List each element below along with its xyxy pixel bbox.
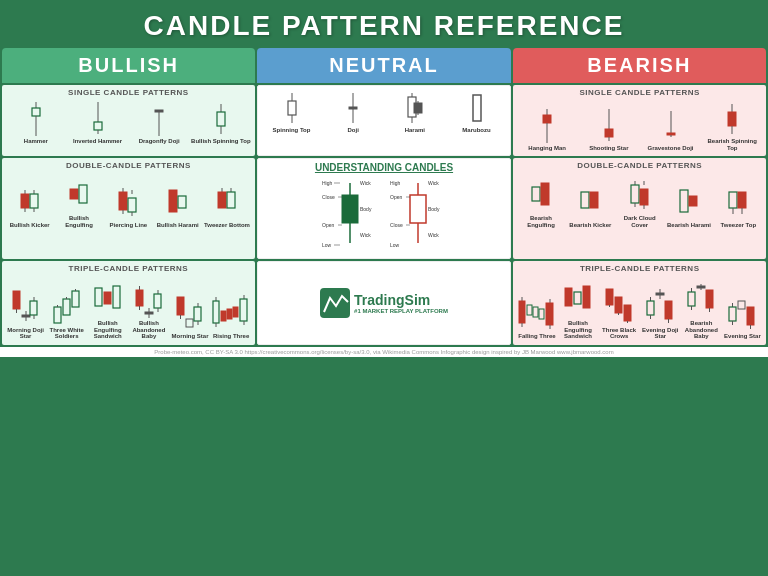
bearish-single-patterns: Hanging Man Shooting Star <box>517 100 762 153</box>
svg-rect-142 <box>519 301 525 323</box>
svg-rect-113 <box>95 288 102 306</box>
svg-rect-49 <box>128 198 136 212</box>
triple-patterns-row: TRIPLE-CANDLE PATTERNS Morning Doji Sta <box>0 261 768 347</box>
svg-text:High: High <box>390 180 401 186</box>
pattern-dark-cloud: Dark Cloud Cover <box>616 173 663 230</box>
main-container: CANDLE PATTERN REFERENCE BULLISH NEUTRAL… <box>0 0 768 576</box>
pattern-hammer: Hammer <box>6 100 66 147</box>
pattern-bullish-engulfing-sandwich: Bullish Engulfing Sandwich <box>88 276 127 342</box>
svg-rect-129 <box>194 307 201 321</box>
svg-rect-95 <box>729 192 737 208</box>
svg-rect-35 <box>728 112 736 126</box>
svg-text:Open: Open <box>390 194 402 200</box>
bullish-triple-patterns: Morning Doji Star Three White Soldiers <box>6 276 251 342</box>
header: CANDLE PATTERN REFERENCE <box>0 0 768 48</box>
svg-rect-173 <box>706 290 713 308</box>
svg-rect-138 <box>240 299 247 321</box>
neutral-header: NEUTRAL <box>257 48 510 83</box>
svg-text:High: High <box>322 180 333 186</box>
svg-text:Wick: Wick <box>360 180 371 186</box>
svg-rect-111 <box>72 291 79 307</box>
pattern-falling-three: Falling Three <box>517 289 556 342</box>
bullish-triple-section: TRIPLE-CANDLE PATTERNS Morning Doji Sta <box>2 261 255 345</box>
svg-rect-136 <box>233 307 238 317</box>
svg-rect-105 <box>30 301 37 315</box>
svg-text:Close: Close <box>390 222 403 228</box>
svg-rect-179 <box>747 307 754 325</box>
svg-rect-145 <box>533 307 538 317</box>
bullish-header: BULLISH <box>2 48 255 83</box>
svg-rect-178 <box>738 301 745 309</box>
svg-text:Wick: Wick <box>428 180 439 186</box>
pattern-b-engulfing-sandwich: Bullish Engulfing Sandwich <box>558 276 597 342</box>
svg-rect-73 <box>410 195 426 223</box>
bearish-triple-section: TRIPLE-CANDLE PATTERNS Fal <box>513 261 766 345</box>
svg-rect-165 <box>665 301 672 319</box>
neutral-single-section: Spinning Top Doji <box>257 85 512 156</box>
neutral-triple-section: TradingSim #1 MARKET REPLAY PLATFORM <box>257 261 512 345</box>
pattern-shooting-star: Shooting Star <box>579 107 639 154</box>
pattern-hanging-man: Hanging Man <box>517 107 577 154</box>
svg-rect-51 <box>169 190 177 212</box>
bearish-double-patterns: Bearish Engulfing Bearish Kicker <box>517 173 762 230</box>
pattern-inverted-hammer: Inverted Hammer <box>68 100 128 147</box>
svg-rect-83 <box>532 187 540 201</box>
pattern-marubozu: Marubozu <box>447 89 507 136</box>
svg-rect-94 <box>689 196 697 206</box>
pattern-doji: Doji <box>323 89 383 136</box>
svg-rect-54 <box>218 192 226 208</box>
svg-rect-93 <box>680 190 688 212</box>
svg-rect-155 <box>615 297 622 313</box>
svg-rect-168 <box>688 292 695 306</box>
svg-rect-97 <box>738 192 746 208</box>
svg-rect-7 <box>155 110 163 112</box>
footer: Probe-meteo.com, CC BY-SA 3.0 https://cr… <box>0 347 768 357</box>
pattern-three-white-soldiers: Three White Soldiers <box>47 283 86 342</box>
pattern-bullish-engulfing: Bullish Engulfing <box>55 173 102 230</box>
bearish-triple-patterns: Falling Three Bullish Engulfing Sandwich <box>517 276 762 342</box>
bearish-single-section: SINGLE CANDLE PATTERNS Hanging Man <box>513 85 766 156</box>
svg-rect-115 <box>113 286 120 308</box>
bearish-header: BEARISH <box>513 48 766 83</box>
svg-rect-109 <box>63 299 70 315</box>
pattern-morning-doji-star: Morning Doji Star <box>6 283 45 342</box>
double-patterns-row: DOUBLE-CANDLE PATTERNS Bullish Kicker <box>0 158 768 261</box>
bullish-double-patterns: Bullish Kicker Bullish Engulfing <box>6 173 251 230</box>
pattern-tweezer-top: Tweezer Top <box>715 180 762 231</box>
page-title: CANDLE PATTERN REFERENCE <box>0 10 768 42</box>
svg-rect-41 <box>30 194 38 208</box>
svg-text:Low: Low <box>390 242 400 248</box>
svg-rect-163 <box>656 293 664 295</box>
svg-rect-56 <box>227 192 235 208</box>
svg-rect-151 <box>574 292 581 304</box>
svg-rect-120 <box>145 312 153 314</box>
svg-rect-88 <box>631 185 639 203</box>
svg-rect-32 <box>667 133 675 135</box>
svg-text:Wick: Wick <box>360 232 371 238</box>
svg-rect-52 <box>178 196 186 208</box>
svg-text:Wick: Wick <box>428 232 439 238</box>
understanding-section: UNDERSTANDING CANDLES High <box>257 158 512 259</box>
svg-rect-114 <box>104 292 111 304</box>
svg-rect-86 <box>590 192 598 208</box>
pattern-bearish-kicker: Bearish Kicker <box>567 180 614 231</box>
svg-rect-134 <box>221 311 226 321</box>
pattern-bearish-abandoned-baby: Bearish Abandoned Baby <box>682 276 721 342</box>
svg-rect-102 <box>22 315 30 317</box>
pattern-dragonfly-doji: Dragonfly Doji <box>129 100 189 147</box>
svg-text:Low: Low <box>322 242 332 248</box>
svg-rect-43 <box>70 189 78 199</box>
neutral-single-patterns: Spinning Top Doji <box>262 89 507 136</box>
svg-rect-16 <box>349 107 357 109</box>
svg-rect-125 <box>177 297 184 315</box>
pattern-bearish-harami: Bearish Harami <box>665 180 712 231</box>
pattern-harami: Harami <box>385 89 445 136</box>
pattern-tweezer-bottom: Tweezer Bottom <box>203 180 250 231</box>
bullish-double-section: DOUBLE-CANDLE PATTERNS Bullish Kicker <box>2 158 255 259</box>
svg-rect-150 <box>565 288 572 306</box>
pattern-evening-star: Evening Star <box>723 289 762 342</box>
svg-rect-144 <box>527 305 532 315</box>
svg-text:Open: Open <box>322 222 334 228</box>
pattern-gravestone-doji: Gravestone Doji <box>641 107 701 154</box>
svg-rect-160 <box>647 301 654 315</box>
